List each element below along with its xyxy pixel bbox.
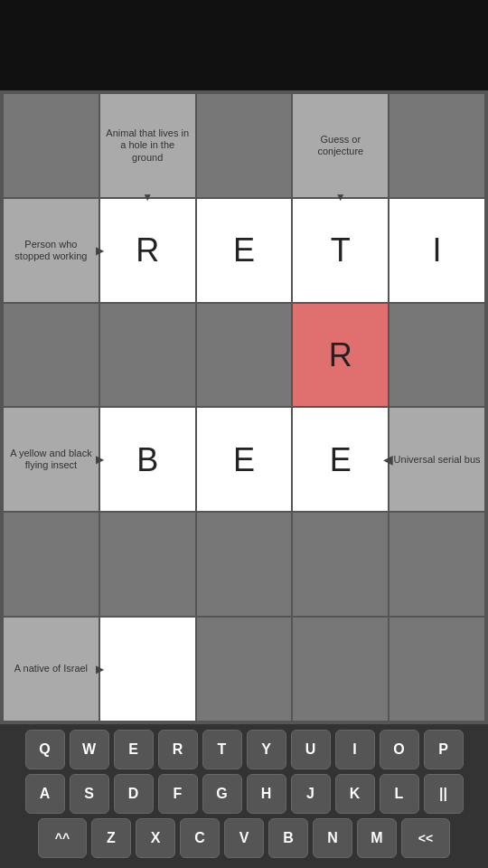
grid-row-2: R — [4, 304, 484, 407]
key-f[interactable]: F — [158, 774, 198, 814]
key-c[interactable]: C — [180, 818, 220, 858]
cell-0-1: Animal that lives in a hole in the groun… — [100, 94, 195, 197]
cell-3-4: Universal serial bus ◀ — [389, 408, 484, 511]
key-a[interactable]: A — [25, 774, 65, 814]
cell-1-1[interactable]: R — [100, 199, 195, 302]
key-t[interactable]: T — [202, 730, 242, 769]
key-k[interactable]: K — [335, 774, 375, 814]
key-l[interactable]: L — [380, 774, 419, 814]
grid-row-3: A yellow and black flying insect B E E U… — [4, 408, 484, 511]
grid-row-1: Person who stopped working R E T I — [4, 199, 484, 302]
key-e[interactable]: E — [114, 730, 154, 769]
cell-4-2 — [197, 513, 292, 616]
key-g[interactable]: G — [202, 774, 242, 814]
key-shift[interactable]: ^^ — [38, 818, 87, 858]
cell-5-1[interactable] — [100, 618, 195, 721]
cell-5-0: A native of Israel — [4, 618, 99, 721]
cell-5-3 — [293, 618, 388, 721]
key-j[interactable]: J — [291, 774, 331, 814]
key-q[interactable]: Q — [25, 730, 65, 769]
key-u[interactable]: U — [291, 730, 331, 769]
cell-4-0 — [4, 513, 99, 616]
key-m[interactable]: M — [357, 818, 397, 858]
key-d[interactable]: D — [114, 774, 154, 814]
cell-3-3[interactable]: E — [293, 408, 388, 511]
key-w[interactable]: W — [70, 730, 109, 769]
key-i[interactable]: I — [335, 730, 375, 769]
key-row-1: Q W E R T Y U I O P — [4, 730, 484, 769]
grid-row-0: Animal that lives in a hole in the groun… — [4, 94, 484, 197]
cell-2-3[interactable]: R — [293, 304, 388, 407]
cell-2-2 — [197, 304, 292, 407]
key-r[interactable]: R — [158, 730, 198, 769]
cell-0-2 — [197, 94, 292, 197]
cell-0-0 — [4, 94, 99, 197]
key-pipe[interactable]: || — [424, 774, 464, 814]
cell-3-2[interactable]: E — [197, 408, 292, 511]
key-x[interactable]: X — [136, 818, 175, 858]
cell-3-0: A yellow and black flying insect — [4, 408, 99, 511]
cell-5-4 — [389, 618, 484, 721]
cell-0-3: Guess or conjecture — [293, 94, 388, 197]
key-z[interactable]: Z — [91, 818, 131, 858]
cell-4-1 — [100, 513, 195, 616]
key-h[interactable]: H — [247, 774, 286, 814]
key-backspace[interactable]: << — [401, 818, 450, 858]
crossword-grid: Animal that lives in a hole in the groun… — [0, 90, 488, 724]
key-v[interactable]: V — [224, 818, 264, 858]
key-s[interactable]: S — [70, 774, 109, 814]
keyboard: Q W E R T Y U I O P A S D F G H J K L ||… — [0, 724, 488, 868]
cell-1-3[interactable]: T — [293, 199, 388, 302]
cell-2-4 — [389, 304, 484, 407]
key-o[interactable]: O — [380, 730, 419, 769]
key-n[interactable]: N — [313, 818, 352, 858]
cell-5-2 — [197, 618, 292, 721]
cell-4-3 — [293, 513, 388, 616]
cell-0-4 — [389, 94, 484, 197]
key-row-3: ^^ Z X C V B N M << — [4, 818, 484, 858]
cell-1-4[interactable]: I — [389, 199, 484, 302]
cell-2-1 — [100, 304, 195, 407]
cell-1-0: Person who stopped working — [4, 199, 99, 302]
cell-3-1[interactable]: B — [100, 408, 195, 511]
grid-row-5: A native of Israel — [4, 618, 484, 721]
key-y[interactable]: Y — [247, 730, 286, 769]
cell-1-2[interactable]: E — [197, 199, 292, 302]
cell-2-0 — [4, 304, 99, 407]
cell-4-4 — [389, 513, 484, 616]
key-p[interactable]: P — [424, 730, 464, 769]
top-bar — [0, 0, 488, 90]
key-row-2: A S D F G H J K L || — [4, 774, 484, 814]
key-b[interactable]: B — [268, 818, 308, 858]
grid-row-4 — [4, 513, 484, 616]
